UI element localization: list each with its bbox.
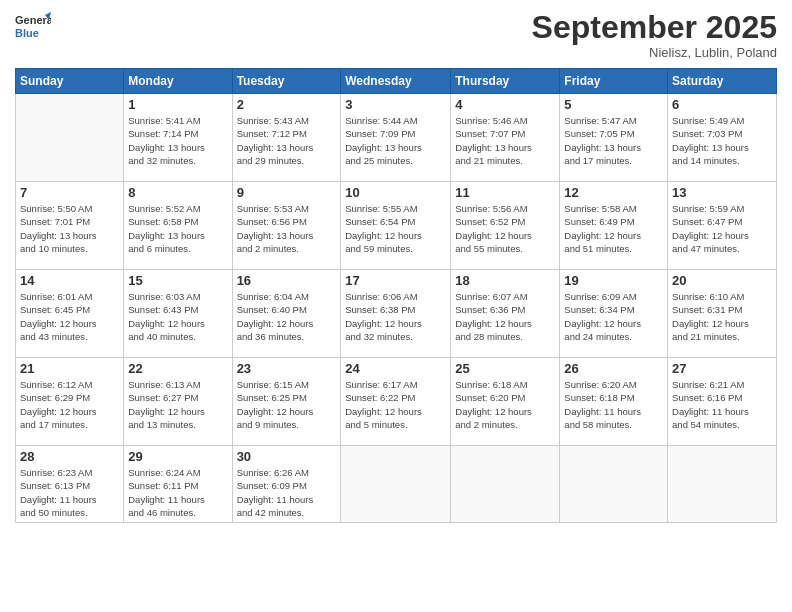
day-info: Sunrise: 5:41 AM Sunset: 7:14 PM Dayligh… bbox=[128, 114, 227, 167]
day-info: Sunrise: 6:03 AM Sunset: 6:43 PM Dayligh… bbox=[128, 290, 227, 343]
day-info: Sunrise: 5:49 AM Sunset: 7:03 PM Dayligh… bbox=[672, 114, 772, 167]
day-info: Sunrise: 5:43 AM Sunset: 7:12 PM Dayligh… bbox=[237, 114, 337, 167]
day-number: 7 bbox=[20, 185, 119, 200]
table-row: 24Sunrise: 6:17 AM Sunset: 6:22 PM Dayli… bbox=[341, 358, 451, 446]
day-info: Sunrise: 6:26 AM Sunset: 6:09 PM Dayligh… bbox=[237, 466, 337, 519]
day-info: Sunrise: 5:58 AM Sunset: 6:49 PM Dayligh… bbox=[564, 202, 663, 255]
day-info: Sunrise: 6:13 AM Sunset: 6:27 PM Dayligh… bbox=[128, 378, 227, 431]
svg-text:General: General bbox=[15, 14, 51, 26]
table-row bbox=[16, 94, 124, 182]
day-number: 14 bbox=[20, 273, 119, 288]
table-row: 18Sunrise: 6:07 AM Sunset: 6:36 PM Dayli… bbox=[451, 270, 560, 358]
day-info: Sunrise: 5:59 AM Sunset: 6:47 PM Dayligh… bbox=[672, 202, 772, 255]
day-number: 25 bbox=[455, 361, 555, 376]
header-wednesday: Wednesday bbox=[341, 69, 451, 94]
table-row: 23Sunrise: 6:15 AM Sunset: 6:25 PM Dayli… bbox=[232, 358, 341, 446]
day-number: 29 bbox=[128, 449, 227, 464]
svg-text:Blue: Blue bbox=[15, 27, 39, 39]
day-number: 16 bbox=[237, 273, 337, 288]
header-sunday: Sunday bbox=[16, 69, 124, 94]
subtitle: Nielisz, Lublin, Poland bbox=[532, 45, 777, 60]
header-tuesday: Tuesday bbox=[232, 69, 341, 94]
day-number: 11 bbox=[455, 185, 555, 200]
day-info: Sunrise: 6:17 AM Sunset: 6:22 PM Dayligh… bbox=[345, 378, 446, 431]
table-row: 20Sunrise: 6:10 AM Sunset: 6:31 PM Dayli… bbox=[668, 270, 777, 358]
day-info: Sunrise: 5:56 AM Sunset: 6:52 PM Dayligh… bbox=[455, 202, 555, 255]
table-row: 17Sunrise: 6:06 AM Sunset: 6:38 PM Dayli… bbox=[341, 270, 451, 358]
title-block: September 2025 Nielisz, Lublin, Poland bbox=[532, 10, 777, 60]
table-row: 9Sunrise: 5:53 AM Sunset: 6:56 PM Daylig… bbox=[232, 182, 341, 270]
table-row: 15Sunrise: 6:03 AM Sunset: 6:43 PM Dayli… bbox=[124, 270, 232, 358]
table-row bbox=[451, 446, 560, 523]
day-info: Sunrise: 5:47 AM Sunset: 7:05 PM Dayligh… bbox=[564, 114, 663, 167]
day-number: 8 bbox=[128, 185, 227, 200]
day-number: 24 bbox=[345, 361, 446, 376]
table-row: 30Sunrise: 6:26 AM Sunset: 6:09 PM Dayli… bbox=[232, 446, 341, 523]
header-saturday: Saturday bbox=[668, 69, 777, 94]
table-row: 4Sunrise: 5:46 AM Sunset: 7:07 PM Daylig… bbox=[451, 94, 560, 182]
day-info: Sunrise: 6:09 AM Sunset: 6:34 PM Dayligh… bbox=[564, 290, 663, 343]
day-info: Sunrise: 6:06 AM Sunset: 6:38 PM Dayligh… bbox=[345, 290, 446, 343]
day-number: 13 bbox=[672, 185, 772, 200]
day-number: 20 bbox=[672, 273, 772, 288]
day-number: 4 bbox=[455, 97, 555, 112]
table-row: 16Sunrise: 6:04 AM Sunset: 6:40 PM Dayli… bbox=[232, 270, 341, 358]
day-info: Sunrise: 6:12 AM Sunset: 6:29 PM Dayligh… bbox=[20, 378, 119, 431]
day-number: 3 bbox=[345, 97, 446, 112]
day-number: 5 bbox=[564, 97, 663, 112]
day-info: Sunrise: 6:04 AM Sunset: 6:40 PM Dayligh… bbox=[237, 290, 337, 343]
day-number: 30 bbox=[237, 449, 337, 464]
table-row bbox=[560, 446, 668, 523]
day-info: Sunrise: 6:21 AM Sunset: 6:16 PM Dayligh… bbox=[672, 378, 772, 431]
day-number: 23 bbox=[237, 361, 337, 376]
weekday-header-row: Sunday Monday Tuesday Wednesday Thursday… bbox=[16, 69, 777, 94]
day-number: 19 bbox=[564, 273, 663, 288]
day-info: Sunrise: 5:53 AM Sunset: 6:56 PM Dayligh… bbox=[237, 202, 337, 255]
table-row: 21Sunrise: 6:12 AM Sunset: 6:29 PM Dayli… bbox=[16, 358, 124, 446]
table-row: 2Sunrise: 5:43 AM Sunset: 7:12 PM Daylig… bbox=[232, 94, 341, 182]
table-row: 14Sunrise: 6:01 AM Sunset: 6:45 PM Dayli… bbox=[16, 270, 124, 358]
header-monday: Monday bbox=[124, 69, 232, 94]
table-row: 8Sunrise: 5:52 AM Sunset: 6:58 PM Daylig… bbox=[124, 182, 232, 270]
table-row: 22Sunrise: 6:13 AM Sunset: 6:27 PM Dayli… bbox=[124, 358, 232, 446]
day-number: 27 bbox=[672, 361, 772, 376]
table-row: 11Sunrise: 5:56 AM Sunset: 6:52 PM Dayli… bbox=[451, 182, 560, 270]
day-info: Sunrise: 5:52 AM Sunset: 6:58 PM Dayligh… bbox=[128, 202, 227, 255]
day-number: 26 bbox=[564, 361, 663, 376]
table-row: 27Sunrise: 6:21 AM Sunset: 6:16 PM Dayli… bbox=[668, 358, 777, 446]
table-row: 1Sunrise: 5:41 AM Sunset: 7:14 PM Daylig… bbox=[124, 94, 232, 182]
day-info: Sunrise: 6:10 AM Sunset: 6:31 PM Dayligh… bbox=[672, 290, 772, 343]
day-info: Sunrise: 5:46 AM Sunset: 7:07 PM Dayligh… bbox=[455, 114, 555, 167]
table-row: 25Sunrise: 6:18 AM Sunset: 6:20 PM Dayli… bbox=[451, 358, 560, 446]
day-number: 12 bbox=[564, 185, 663, 200]
logo: General Blue bbox=[15, 10, 51, 46]
day-number: 1 bbox=[128, 97, 227, 112]
day-info: Sunrise: 6:23 AM Sunset: 6:13 PM Dayligh… bbox=[20, 466, 119, 519]
table-row: 5Sunrise: 5:47 AM Sunset: 7:05 PM Daylig… bbox=[560, 94, 668, 182]
table-row: 6Sunrise: 5:49 AM Sunset: 7:03 PM Daylig… bbox=[668, 94, 777, 182]
table-row: 12Sunrise: 5:58 AM Sunset: 6:49 PM Dayli… bbox=[560, 182, 668, 270]
header-friday: Friday bbox=[560, 69, 668, 94]
calendar-table: Sunday Monday Tuesday Wednesday Thursday… bbox=[15, 68, 777, 523]
table-row: 28Sunrise: 6:23 AM Sunset: 6:13 PM Dayli… bbox=[16, 446, 124, 523]
table-row: 10Sunrise: 5:55 AM Sunset: 6:54 PM Dayli… bbox=[341, 182, 451, 270]
day-info: Sunrise: 5:44 AM Sunset: 7:09 PM Dayligh… bbox=[345, 114, 446, 167]
table-row bbox=[668, 446, 777, 523]
day-info: Sunrise: 6:18 AM Sunset: 6:20 PM Dayligh… bbox=[455, 378, 555, 431]
day-number: 15 bbox=[128, 273, 227, 288]
table-row: 7Sunrise: 5:50 AM Sunset: 7:01 PM Daylig… bbox=[16, 182, 124, 270]
table-row: 26Sunrise: 6:20 AM Sunset: 6:18 PM Dayli… bbox=[560, 358, 668, 446]
day-number: 6 bbox=[672, 97, 772, 112]
day-info: Sunrise: 5:55 AM Sunset: 6:54 PM Dayligh… bbox=[345, 202, 446, 255]
table-row: 13Sunrise: 5:59 AM Sunset: 6:47 PM Dayli… bbox=[668, 182, 777, 270]
day-number: 28 bbox=[20, 449, 119, 464]
day-number: 2 bbox=[237, 97, 337, 112]
day-info: Sunrise: 6:24 AM Sunset: 6:11 PM Dayligh… bbox=[128, 466, 227, 519]
day-number: 22 bbox=[128, 361, 227, 376]
day-number: 10 bbox=[345, 185, 446, 200]
day-number: 18 bbox=[455, 273, 555, 288]
header-thursday: Thursday bbox=[451, 69, 560, 94]
day-number: 21 bbox=[20, 361, 119, 376]
table-row: 29Sunrise: 6:24 AM Sunset: 6:11 PM Dayli… bbox=[124, 446, 232, 523]
table-row: 19Sunrise: 6:09 AM Sunset: 6:34 PM Dayli… bbox=[560, 270, 668, 358]
